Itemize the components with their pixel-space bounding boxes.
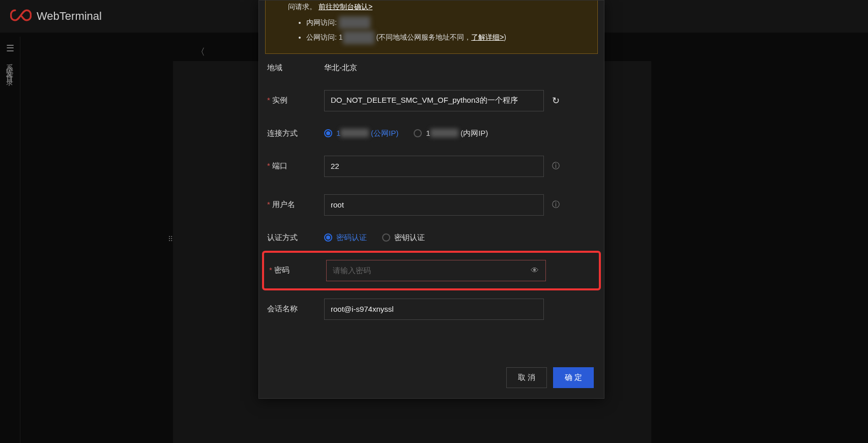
notice-text: 问请求。 [288, 3, 316, 11]
logo: WebTerminal [10, 8, 102, 24]
session-input[interactable] [324, 299, 544, 320]
password-highlight: *密码 👁 [262, 251, 601, 290]
notice-public: 公网访问: 1xx (不同地域公网服务地址不同，了解详细>) [306, 30, 590, 45]
password-label: *密码 [269, 265, 326, 275]
connection-modal: 问请求。 前往控制台确认> 内网访问: xx 公网访问: 1xx (不同地域公网… [258, 0, 604, 399]
modal-footer: 取 消 确 定 [506, 367, 594, 388]
redacted-ip: x [340, 129, 369, 137]
radio-dot-icon [324, 233, 332, 242]
username-input[interactable] [324, 194, 544, 216]
radio-password-auth[interactable]: 密码认证 [324, 233, 367, 243]
radio-public-ip[interactable]: 1x (公网IP) [324, 129, 398, 138]
row-session: 会话名称 [267, 299, 596, 320]
notice-public-suffix: (不同地域公网服务地址不同， [376, 33, 471, 41]
notice-box: 问请求。 前往控制台确认> 内网访问: xx 公网访问: 1xx (不同地域公网… [265, 1, 598, 54]
help-icon[interactable]: ⓘ [552, 161, 560, 171]
auth-key-label: 密钥认证 [394, 233, 425, 243]
radio-private-ip[interactable]: 1x (内网IP) [414, 129, 488, 138]
region-value: 华北-北京 [324, 63, 357, 73]
sidebar: ☰ 系统文件目录 [0, 37, 20, 443]
redacted-ip: xx [343, 31, 374, 44]
drag-handle-icon[interactable]: ⠿ [168, 235, 172, 243]
region-label: 地域 [267, 63, 324, 73]
brand-text: WebTerminal [37, 10, 102, 23]
port-label: *端口 [267, 161, 324, 171]
row-region: 地域 华北-北京 [267, 63, 596, 73]
auth-pwd-label: 密码认证 [336, 233, 367, 243]
priv-ip-prefix: 1 [426, 129, 430, 137]
redacted-ip: x [430, 129, 459, 137]
priv-ip-suffix: (内网IP) [460, 129, 488, 137]
pub-ip-suffix: (公网IP) [371, 129, 398, 137]
notice-intranet: 内网访问: xx [306, 15, 590, 30]
radio-dot-icon [324, 129, 332, 137]
notice-intranet-label: 内网访问: [306, 18, 339, 26]
radio-key-auth[interactable]: 密钥认证 [382, 233, 425, 243]
radio-dot-icon [382, 233, 390, 242]
redacted-ip: xx [339, 16, 370, 29]
logo-icon [10, 8, 32, 24]
hamburger-icon[interactable]: ☰ [6, 43, 14, 54]
port-input[interactable] [324, 156, 544, 177]
row-port: *端口 ⓘ [267, 156, 596, 177]
radio-dot-icon [414, 129, 422, 137]
connection-label: 连接方式 [267, 129, 324, 138]
row-auth: 认证方式 密码认证 密钥认证 [267, 233, 596, 243]
help-icon[interactable]: ⓘ [552, 200, 560, 210]
eye-icon[interactable]: 👁 [531, 266, 539, 275]
instance-label: *实例 [267, 96, 324, 105]
learn-more-link[interactable]: 了解详细> [471, 33, 504, 41]
row-password: *密码 👁 [267, 260, 596, 281]
password-input[interactable] [326, 260, 546, 281]
row-instance: *实例 ↻ [267, 90, 596, 111]
console-link[interactable]: 前往控制台确认> [319, 3, 372, 11]
session-label: 会话名称 [267, 304, 324, 314]
paren-close: ) [504, 33, 506, 41]
notice-public-label: 公网访问: 1 [306, 33, 343, 41]
row-username: *用户名 ⓘ [267, 194, 596, 216]
refresh-icon[interactable]: ↻ [552, 95, 560, 106]
sidebar-label[interactable]: 系统文件目录 [6, 58, 15, 76]
instance-input[interactable] [324, 90, 544, 111]
confirm-button[interactable]: 确 定 [553, 367, 594, 388]
cancel-button[interactable]: 取 消 [506, 367, 547, 388]
row-connection: 连接方式 1x (公网IP) 1x (内网IP) [267, 129, 596, 138]
username-label: *用户名 [267, 200, 324, 210]
back-icon[interactable]: 〈 [196, 46, 205, 58]
form: 地域 华北-北京 *实例 ↻ 连接方式 1x (公网IP) 1x (内网IP) [259, 54, 604, 320]
auth-label: 认证方式 [267, 233, 324, 243]
